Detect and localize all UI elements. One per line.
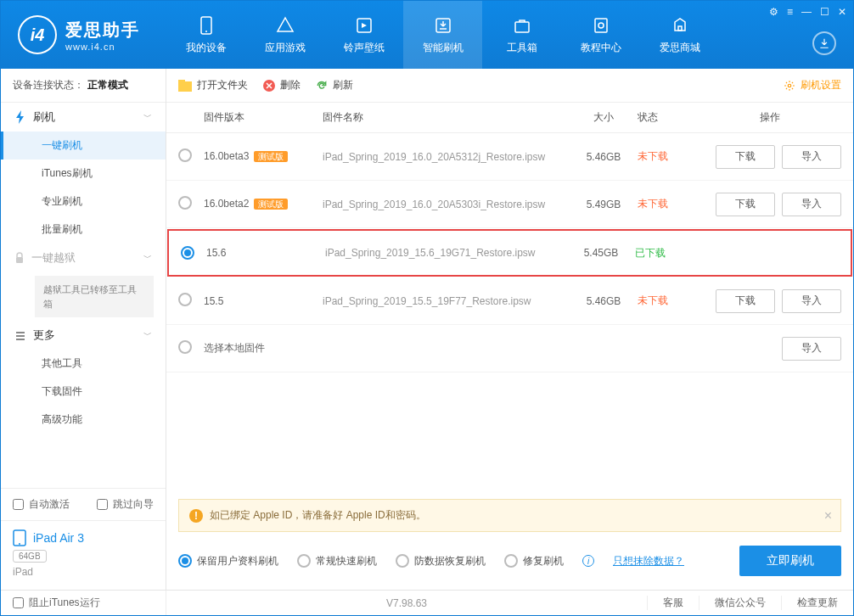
- block-itunes-label: 阻止iTunes运行: [29, 596, 100, 610]
- side-head-label: 更多: [33, 328, 55, 343]
- flash-option[interactable]: 保留用户资料刷机: [178, 554, 278, 568]
- option-radio[interactable]: [396, 554, 409, 568]
- firmware-row[interactable]: 15.5iPad_Spring_2019_15.5_19F77_Restore.…: [166, 277, 853, 325]
- footer: 阻止iTunes运行 V7.98.63 客服 微信公众号 检查更新: [1, 590, 853, 615]
- erase-data-link[interactable]: 只想抹除数据？: [613, 554, 684, 568]
- fw-version: 16.0beta3: [204, 150, 249, 162]
- flash-option[interactable]: 修复刷机: [504, 554, 564, 568]
- svg-rect-5: [595, 19, 607, 32]
- warning-close-icon[interactable]: ×: [824, 508, 832, 524]
- side-item[interactable]: 下载固件: [1, 378, 166, 406]
- side-head-label: 刷机: [33, 109, 55, 125]
- footer-support[interactable]: 客服: [647, 596, 699, 610]
- fw-version: 选择本地固件: [204, 342, 265, 354]
- nav-tab-0[interactable]: 我的设备: [166, 1, 245, 69]
- side-item[interactable]: 高级功能: [1, 406, 166, 434]
- side-item[interactable]: 其他工具: [1, 350, 166, 378]
- delete-label: 删除: [280, 78, 301, 92]
- side-head-刷机[interactable]: 刷机﹀: [1, 103, 166, 132]
- footer-check-update[interactable]: 检查更新: [781, 596, 853, 610]
- side-item[interactable]: 一键刷机: [1, 132, 166, 160]
- device-capacity: 64GB: [13, 550, 47, 563]
- svg-point-1: [205, 31, 207, 32]
- menu-icon[interactable]: ≡: [787, 6, 793, 18]
- fw-version: 15.5: [204, 295, 223, 307]
- device-name: iPad Air 3: [33, 531, 84, 545]
- download-button[interactable]: 下载: [716, 289, 775, 313]
- toolbar: 打开文件夹 删除 刷新 刷机设置: [166, 69, 853, 103]
- flash-option[interactable]: 防数据恢复刷机: [396, 554, 486, 568]
- download-button[interactable]: 下载: [716, 193, 775, 216]
- open-folder-button[interactable]: 打开文件夹: [178, 78, 248, 92]
- firmware-radio[interactable]: [178, 148, 192, 162]
- import-button[interactable]: 导入: [782, 289, 841, 313]
- firmware-radio[interactable]: [178, 196, 192, 210]
- nav-label: 爱思商城: [660, 41, 700, 55]
- option-label: 常规快速刷机: [316, 554, 377, 568]
- device-info[interactable]: iPad Air 3 64GB iPad: [1, 520, 166, 590]
- side-item[interactable]: iTunes刷机: [1, 160, 166, 188]
- fw-name: iPad_Spring_2019_16.0_20A5312j_Restore.i…: [323, 151, 570, 163]
- side-head-更多[interactable]: 更多﹀: [1, 321, 166, 350]
- svg-point-17: [788, 84, 791, 87]
- flash-now-button[interactable]: 立即刷机: [739, 546, 841, 576]
- option-radio[interactable]: [504, 554, 518, 568]
- import-button[interactable]: 导入: [782, 145, 841, 169]
- option-radio[interactable]: [297, 554, 311, 568]
- svg-point-13: [19, 543, 20, 545]
- firmware-radio[interactable]: [181, 246, 194, 260]
- auto-activate-checkbox[interactable]: [13, 499, 24, 510]
- nav-label: 我的设备: [186, 41, 227, 55]
- fw-status: 未下载: [638, 149, 699, 164]
- nav-tab-1[interactable]: 应用游戏: [245, 1, 324, 69]
- firmware-radio[interactable]: [178, 340, 192, 354]
- settings-icon[interactable]: ⚙: [769, 6, 778, 18]
- close-icon[interactable]: ✕: [838, 6, 846, 18]
- nav-icon: [668, 15, 692, 36]
- nav-tab-6[interactable]: 爱思商城: [640, 1, 719, 69]
- app-version: V7.98.63: [386, 597, 427, 609]
- firmware-radio[interactable]: [178, 293, 192, 306]
- svg-rect-8: [16, 257, 23, 263]
- auto-activate-row: 自动激活 跳过向导: [1, 489, 166, 520]
- nav-tab-3[interactable]: 智能刷机: [403, 1, 482, 69]
- refresh-button[interactable]: 刷新: [316, 78, 353, 92]
- option-radio[interactable]: [178, 554, 192, 568]
- side-item[interactable]: 批量刷机: [1, 216, 166, 244]
- maximize-icon[interactable]: ☐: [820, 6, 829, 18]
- fw-ops: 导入: [699, 337, 841, 361]
- import-button[interactable]: 导入: [782, 193, 841, 216]
- nav-tab-4[interactable]: 工具箱: [482, 1, 561, 69]
- fw-name: iPad_Spring_2019_15.5_19F77_Restore.ipsw: [323, 295, 570, 307]
- col-size: 大小: [570, 110, 638, 125]
- minimize-icon[interactable]: —: [801, 6, 812, 18]
- svg-rect-10: [16, 335, 25, 337]
- footer-wechat[interactable]: 微信公众号: [699, 596, 781, 610]
- fw-status: 未下载: [638, 197, 699, 211]
- warning-text: 如已绑定 Apple ID，请准备好 Apple ID和密码。: [210, 508, 426, 523]
- skip-wizard-checkbox[interactable]: [97, 499, 108, 510]
- nav-icon: [273, 15, 297, 36]
- block-itunes-checkbox[interactable]: [13, 597, 24, 608]
- fw-ops: 下载导入: [699, 289, 841, 313]
- firmware-row[interactable]: 16.0beta2测试版iPad_Spring_2019_16.0_20A530…: [166, 181, 853, 228]
- import-button[interactable]: 导入: [782, 337, 841, 361]
- firmware-row[interactable]: 16.0beta3测试版iPad_Spring_2019_16.0_20A531…: [166, 133, 853, 181]
- side-item[interactable]: 专业刷机: [1, 188, 166, 216]
- nav-label: 铃声壁纸: [344, 41, 385, 55]
- firmware-row[interactable]: 15.6iPad_Spring_2019_15.6_19G71_Restore.…: [167, 229, 852, 277]
- side-head-一键越狱[interactable]: 一键越狱﹀: [1, 244, 166, 272]
- nav-tab-5[interactable]: 教程中心: [561, 1, 640, 69]
- svg-rect-4: [515, 22, 529, 32]
- delete-icon: [263, 80, 275, 92]
- nav-tab-2[interactable]: 铃声壁纸: [324, 1, 403, 69]
- download-button[interactable]: 下载: [716, 145, 775, 169]
- download-manager-icon[interactable]: [812, 31, 836, 55]
- firmware-row[interactable]: 选择本地固件导入: [166, 325, 853, 372]
- svg-rect-9: [16, 332, 25, 333]
- chevron-down-icon: ﹀: [143, 252, 152, 264]
- delete-button[interactable]: 删除: [263, 78, 301, 92]
- flash-option[interactable]: 常规快速刷机: [297, 554, 377, 568]
- info-icon[interactable]: i: [582, 555, 594, 567]
- flash-settings-button[interactable]: 刷机设置: [784, 78, 841, 92]
